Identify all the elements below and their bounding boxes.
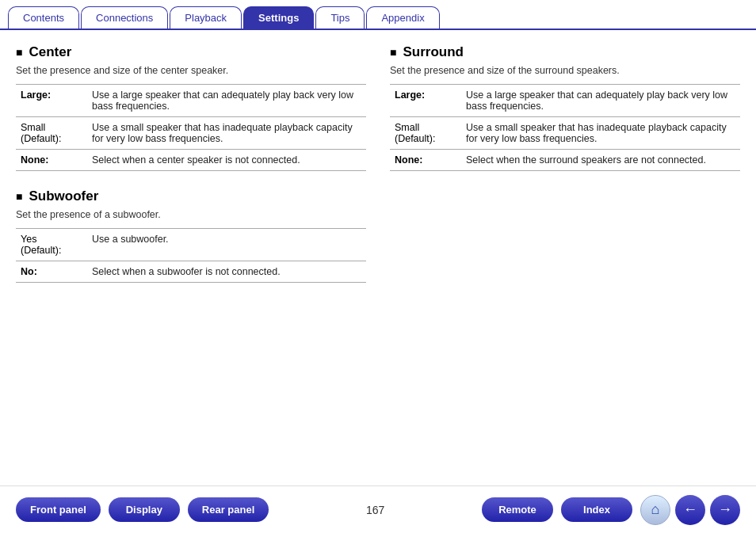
back-button[interactable]: ← [675, 495, 705, 525]
surround-title: Surround [390, 44, 740, 60]
home-icon: ⌂ [651, 501, 660, 518]
table-row: Small (Default): Use a small speaker tha… [16, 117, 366, 150]
term-small-surround: Small (Default): [390, 117, 461, 150]
term-yes-sub: Yes (Default): [16, 229, 87, 261]
surround-desc: Set the presence and size of the surroun… [390, 65, 740, 76]
page-number: 167 [366, 504, 384, 516]
surround-table: Large: Use a large speaker that can adeq… [390, 84, 740, 171]
bottom-bar: Front panel Display Rear panel 167 Remot… [0, 485, 756, 533]
surround-section: Surround Set the presence and size of th… [390, 44, 740, 171]
def-yes-sub: Use a subwoofer. [87, 229, 366, 261]
tab-navigation: Contents Connections Playback Settings T… [0, 0, 756, 30]
term-small-center: Small (Default): [16, 117, 87, 150]
term-none-center: None: [16, 150, 87, 171]
icon-buttons: ⌂ ← → [640, 495, 740, 525]
table-row: Large: Use a large speaker that can adeq… [390, 85, 740, 117]
right-column: Surround Set the presence and size of th… [390, 44, 740, 283]
center-title: Center [16, 44, 366, 60]
def-small-center: Use a small speaker that has inadequate … [87, 117, 366, 150]
center-section: Center Set the presence and size of the … [16, 44, 366, 171]
table-row: Yes (Default): Use a subwoofer. [16, 229, 366, 261]
home-button[interactable]: ⌂ [640, 495, 670, 525]
bottom-nav-left: Front panel Display Rear panel [16, 497, 269, 522]
term-large-surround: Large: [390, 85, 461, 117]
forward-arrow-icon: → [718, 501, 732, 518]
term-large-center: Large: [16, 85, 87, 117]
bottom-nav-right: Remote Index ⌂ ← → [482, 495, 740, 525]
term-none-surround: None: [390, 150, 461, 171]
def-small-surround: Use a small speaker that has inadequate … [461, 117, 740, 150]
left-column: Center Set the presence and size of the … [16, 44, 366, 283]
tab-tips[interactable]: Tips [315, 6, 365, 29]
subwoofer-title: Subwoofer [16, 188, 366, 204]
def-none-surround: Select when the surround speakers are no… [461, 150, 740, 171]
center-desc: Set the presence and size of the center … [16, 65, 366, 76]
def-large-surround: Use a large speaker that can adequately … [461, 85, 740, 117]
forward-button[interactable]: → [710, 495, 740, 525]
display-button[interactable]: Display [109, 497, 180, 522]
tab-connections[interactable]: Connections [81, 6, 168, 29]
back-arrow-icon: ← [683, 501, 697, 518]
term-no-sub: No: [16, 261, 87, 283]
subwoofer-desc: Set the presence of a subwoofer. [16, 209, 366, 220]
tab-appendix[interactable]: Appendix [366, 6, 439, 29]
subwoofer-table: Yes (Default): Use a subwoofer. No: Sele… [16, 228, 366, 283]
tab-playback[interactable]: Playback [170, 6, 242, 29]
main-content: Center Set the presence and size of the … [0, 30, 756, 291]
front-panel-button[interactable]: Front panel [16, 497, 101, 522]
rear-panel-button[interactable]: Rear panel [188, 497, 269, 522]
table-row: None: Select when a center speaker is no… [16, 150, 366, 171]
subwoofer-section: Subwoofer Set the presence of a subwoofe… [16, 188, 366, 283]
tab-contents[interactable]: Contents [8, 6, 79, 29]
def-no-sub: Select when a subwoofer is not connected… [87, 261, 366, 283]
center-table: Large: Use a large speaker that can adeq… [16, 84, 366, 171]
index-button[interactable]: Index [561, 497, 632, 522]
table-row: Small (Default): Use a small speaker tha… [390, 117, 740, 150]
remote-button[interactable]: Remote [482, 497, 553, 522]
def-none-center: Select when a center speaker is not conn… [87, 150, 366, 171]
table-row: No: Select when a subwoofer is not conne… [16, 261, 366, 283]
tab-settings[interactable]: Settings [243, 6, 314, 29]
def-large-center: Use a large speaker that can adequately … [87, 85, 366, 117]
table-row: Large: Use a large speaker that can adeq… [16, 85, 366, 117]
table-row: None: Select when the surround speakers … [390, 150, 740, 171]
